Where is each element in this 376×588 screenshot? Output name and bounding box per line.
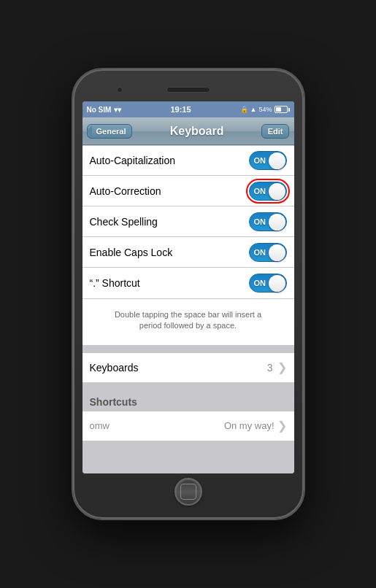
- group-spacer-2: [83, 383, 294, 390]
- phone-bottom: [80, 473, 296, 510]
- check-spelling-toggle[interactable]: ON: [249, 212, 287, 231]
- auto-cap-label: Auto-Capitalization: [90, 155, 176, 166]
- caps-lock-cell: Enable Caps Lock ON: [83, 237, 294, 268]
- location-icon: ▲: [250, 106, 257, 113]
- shortcuts-right: On my way! ❯: [224, 419, 287, 433]
- check-spelling-cell: Check Spelling ON: [83, 206, 294, 237]
- battery-percent: 54%: [258, 106, 272, 113]
- shortcut-label: “.” Shortcut: [90, 277, 140, 289]
- wifi-icon: ▾▾: [114, 106, 121, 114]
- shortcut-toggle-label: ON: [254, 279, 266, 287]
- auto-correct-label: Auto-Correction: [90, 185, 161, 197]
- check-spelling-thumb: [269, 214, 285, 231]
- edit-button[interactable]: Edit: [261, 124, 290, 139]
- auto-cap-cell: Auto-Capitalization ON: [83, 145, 294, 176]
- keyboards-label: Keyboards: [90, 362, 139, 374]
- auto-correct-toggle[interactable]: ON: [249, 182, 287, 201]
- check-spelling-label: Check Spelling: [90, 216, 158, 228]
- caps-lock-toggle-label: ON: [254, 248, 266, 257]
- auto-cap-toggle[interactable]: ON: [249, 151, 287, 170]
- nav-bar: General Keyboard Edit: [83, 117, 294, 145]
- shortcut-toggle[interactable]: ON: [249, 274, 287, 293]
- keyboards-right: 3 ❯: [267, 360, 287, 374]
- caps-lock-thumb: [269, 244, 285, 261]
- check-spelling-toggle-label: ON: [254, 217, 266, 226]
- auto-cap-toggle-label: ON: [254, 156, 266, 165]
- shortcuts-header-label: Shortcuts: [90, 396, 137, 408]
- auto-correct-thumb: [269, 183, 285, 200]
- status-right: 🔒 ▲ 54%: [240, 106, 290, 113]
- auto-correct-toggle-label: ON: [254, 187, 266, 196]
- shortcut-abbreviation: omw: [90, 420, 110, 431]
- shortcut-expansion: On my way!: [224, 420, 275, 431]
- shortcut-hint: Double tapping the space bar will insert…: [93, 303, 284, 338]
- nav-title: Keyboard: [170, 125, 224, 138]
- keyboards-cell[interactable]: Keyboards 3 ❯: [83, 352, 294, 383]
- content-area: Auto-Capitalization ON Auto-Correction O…: [83, 145, 294, 473]
- shortcuts-row[interactable]: omw On my way! ❯: [83, 411, 294, 441]
- auto-cap-thumb: [269, 152, 285, 169]
- phone-frame: No SIM ▾▾ 19:15 🔒 ▲ 54% General Keyboard…: [72, 68, 305, 520]
- status-left: No SIM ▾▾: [87, 106, 122, 114]
- shortcut-thumb: [269, 275, 285, 292]
- phone-top: [80, 78, 296, 101]
- screen: No SIM ▾▾ 19:15 🔒 ▲ 54% General Keyboard…: [83, 101, 294, 473]
- lock-icon: 🔒: [240, 106, 248, 113]
- status-bar: No SIM ▾▾ 19:15 🔒 ▲ 54%: [83, 101, 294, 117]
- status-time: 19:15: [170, 105, 191, 114]
- caps-lock-toggle[interactable]: ON: [249, 243, 287, 262]
- carrier-label: No SIM: [87, 106, 112, 114]
- battery-icon: [275, 106, 290, 113]
- speaker-grille: [166, 87, 210, 93]
- auto-correct-cell: Auto-Correction ON: [83, 176, 294, 206]
- back-button[interactable]: General: [87, 124, 133, 139]
- camera-dot: [117, 87, 123, 93]
- shortcut-cell: “.” Shortcut ON: [83, 268, 294, 298]
- group-spacer-1: [83, 345, 294, 352]
- keyboards-chevron: ❯: [277, 360, 287, 374]
- keyboards-count: 3: [267, 362, 273, 374]
- settings-group-toggles: Auto-Capitalization ON Auto-Correction O…: [83, 145, 294, 298]
- shortcut-row-chevron: ❯: [277, 419, 287, 433]
- shortcuts-section-header: Shortcuts: [83, 390, 294, 411]
- home-button[interactable]: [174, 478, 202, 506]
- home-button-inner: [180, 484, 196, 500]
- caps-lock-label: Enable Caps Lock: [90, 247, 173, 258]
